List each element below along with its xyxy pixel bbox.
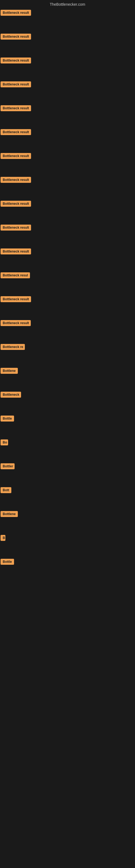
list-item: Bottler xyxy=(0,461,135,485)
bottleneck-result-badge[interactable]: Bottleneck result xyxy=(1,296,31,302)
list-item: Bottleneck result xyxy=(0,294,135,318)
bottleneck-result-badge[interactable]: Bottlene xyxy=(1,368,18,374)
bottleneck-result-badge[interactable]: Bo xyxy=(1,439,8,445)
bottleneck-result-badge[interactable]: Bottleneck xyxy=(1,392,21,398)
bottleneck-result-badge[interactable]: Bottleneck resul xyxy=(1,272,30,278)
bottleneck-result-badge[interactable]: Bottleneck result xyxy=(1,105,31,111)
list-item: Bottleneck resul xyxy=(0,270,135,294)
list-item: Bottleneck result xyxy=(0,198,135,222)
bottleneck-result-badge[interactable]: B xyxy=(1,535,5,541)
list-item: Bottleneck result xyxy=(0,127,135,151)
list-item: Bottle xyxy=(0,413,135,437)
list-item: Bottleneck re xyxy=(0,342,135,366)
bottleneck-result-badge[interactable]: Bott xyxy=(1,487,11,493)
list-item: Bottlene xyxy=(0,509,135,533)
list-item: Bott xyxy=(0,485,135,509)
site-title: TheBottlenecker.com xyxy=(0,0,135,8)
list-item: Bottleneck result xyxy=(0,318,135,342)
bottleneck-result-badge[interactable]: Bottler xyxy=(1,463,14,469)
list-item: Bottleneck result xyxy=(0,103,135,127)
bottleneck-result-badge[interactable]: Bottleneck result xyxy=(1,129,31,135)
list-item: B xyxy=(0,533,135,557)
list-item: Bottleneck result xyxy=(0,8,135,31)
bottleneck-result-badge[interactable]: Bottleneck re xyxy=(1,344,25,350)
bottleneck-result-badge[interactable]: Bottle xyxy=(1,559,14,565)
list-item: Bottleneck result xyxy=(0,222,135,246)
list-item: Bottleneck result xyxy=(0,151,135,175)
bottleneck-result-badge[interactable]: Bottleneck result xyxy=(1,248,31,254)
list-item: Bo xyxy=(0,437,135,461)
list-item: Bottleneck result xyxy=(0,246,135,270)
list-item: Bottleneck xyxy=(0,390,135,413)
list-item: Bottlene xyxy=(0,366,135,390)
bottleneck-result-badge[interactable]: Bottle xyxy=(1,415,14,422)
bottleneck-result-badge[interactable]: Bottleneck result xyxy=(1,10,31,16)
list-item: Bottleneck result xyxy=(0,31,135,55)
bottleneck-result-badge[interactable]: Bottlene xyxy=(1,511,18,517)
bottleneck-result-badge[interactable]: Bottleneck result xyxy=(1,201,31,207)
list-item: Bottle xyxy=(0,557,135,581)
bottleneck-result-badge[interactable]: Bottleneck result xyxy=(1,153,31,159)
bottleneck-result-badge[interactable]: Bottleneck result xyxy=(1,58,31,63)
bottleneck-result-badge[interactable]: Bottleneck result xyxy=(1,177,31,183)
list-item: Bottleneck result xyxy=(0,79,135,103)
bottleneck-result-badge[interactable]: Bottleneck result xyxy=(1,34,31,40)
list-item: Bottleneck result xyxy=(0,175,135,198)
bottleneck-result-badge[interactable]: Bottleneck result xyxy=(1,82,31,87)
list-item: Bottleneck result xyxy=(0,55,135,79)
bottleneck-result-badge[interactable]: Bottleneck result xyxy=(1,225,31,230)
bottleneck-result-badge[interactable]: Bottleneck result xyxy=(1,320,31,326)
